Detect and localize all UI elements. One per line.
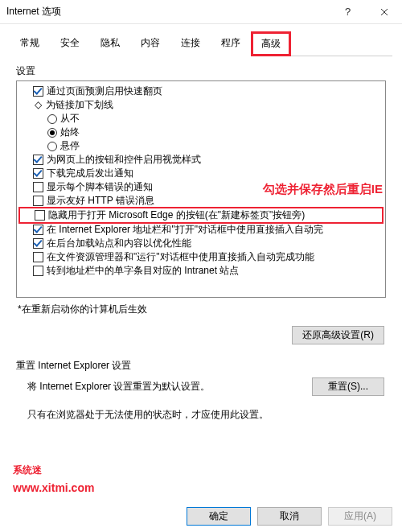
setting-row[interactable]: 在 Internet Explorer 地址栏和"打开"对话框中使用直接插入自动… <box>18 223 384 237</box>
setting-row[interactable]: ◇为链接加下划线 <box>18 98 384 112</box>
reset-button[interactable]: 重置(S)... <box>312 377 384 396</box>
setting-label: 显示每个脚本错误的通知 <box>47 180 153 194</box>
restore-defaults-button[interactable]: 还原高级设置(R) <box>292 326 384 344</box>
setting-label: 显示友好 HTTP 错误消息 <box>47 194 154 208</box>
tab-4[interactable]: 连接 <box>170 31 211 56</box>
setting-label: 在文件资源管理器和"运行"对话框中使用直接插入自动完成功能 <box>47 250 314 264</box>
checkbox-icon[interactable] <box>33 225 43 235</box>
radio-icon[interactable] <box>47 142 57 151</box>
setting-row[interactable]: 隐藏用于打开 Microsoft Edge 的按钮(在"新建标签页"按钮旁) <box>18 207 384 224</box>
tab-1[interactable]: 安全 <box>50 31 90 56</box>
tab-3[interactable]: 内容 <box>130 31 170 56</box>
restore-row: 还原高级设置(R) <box>0 326 384 344</box>
help-button[interactable]: ? <box>330 0 366 24</box>
reset-description: 只有在浏览器处于无法使用的状态时，才应使用此设置。 <box>27 407 384 422</box>
cancel-button[interactable]: 取消 <box>257 507 322 526</box>
restart-note: *在重新启动你的计算机后生效 <box>18 303 402 316</box>
setting-row[interactable]: 在文件资源管理器和"运行"对话框中使用直接插入自动完成功能 <box>18 250 384 264</box>
checkbox-icon[interactable] <box>35 210 45 221</box>
titlebar: Internet 选项 ? <box>0 0 402 24</box>
setting-label: 通过页面预测启用快速翻页 <box>47 85 162 98</box>
checkbox-icon[interactable] <box>33 252 43 262</box>
setting-label: 下载完成后发出通知 <box>47 167 133 180</box>
brand-site: www.xitmi.com <box>13 479 94 497</box>
setting-row[interactable]: 始终 <box>18 126 384 139</box>
tab-2[interactable]: 隐私 <box>90 31 130 56</box>
radio-icon[interactable] <box>47 114 57 124</box>
close-icon <box>380 8 388 16</box>
setting-label: 在后台加载站点和内容以优化性能 <box>47 237 191 250</box>
setting-label: 从不 <box>60 112 80 126</box>
setting-label: 转到地址栏中的单字条目对应的 Intranet 站点 <box>47 264 239 278</box>
setting-row[interactable]: 通过页面预测启用快速翻页 <box>18 85 384 98</box>
close-button[interactable] <box>366 0 402 24</box>
setting-label: 为链接加下划线 <box>46 98 113 112</box>
checkbox-icon[interactable] <box>33 266 43 276</box>
tab-6[interactable]: 高级 <box>251 31 291 56</box>
setting-label: 隐藏用于打开 Microsoft Edge 的按钮(在"新建标签页"按钮旁) <box>48 208 305 222</box>
reset-line: 将 Internet Explorer 设置重置为默认设置。 重置(S)... <box>18 377 384 396</box>
reset-group-label: 重置 Internet Explorer 设置 <box>16 359 402 373</box>
tab-strip: 常规安全隐私内容连接程序高级 <box>0 24 402 56</box>
brand-watermark: 系统迷 www.xitmi.com <box>13 463 94 497</box>
setting-row[interactable]: 悬停 <box>18 139 384 153</box>
checkbox-icon[interactable] <box>33 238 43 249</box>
settings-label: 设置 <box>16 64 402 78</box>
setting-row[interactable]: 在后台加载站点和内容以优化性能 <box>18 237 384 250</box>
ok-button[interactable]: 确定 <box>187 507 251 526</box>
setting-row[interactable]: 下载完成后发出通知 <box>18 167 384 180</box>
setting-row[interactable]: 转到地址栏中的单字条目对应的 Intranet 站点 <box>18 264 384 278</box>
checkbox-icon[interactable] <box>33 86 43 97</box>
brand-name: 系统迷 <box>13 463 94 478</box>
setting-label: 悬停 <box>60 139 80 153</box>
dialog-buttons: 确定 取消 应用(A) <box>187 507 392 526</box>
setting-row[interactable]: 从不 <box>18 112 384 126</box>
setting-label: 在 Internet Explorer 地址栏和"打开"对话框中使用直接插入自动… <box>47 223 323 237</box>
checkbox-icon[interactable] <box>33 196 43 206</box>
checkbox-icon[interactable] <box>33 155 43 165</box>
tab-0[interactable]: 常规 <box>10 31 50 56</box>
reset-text: 将 Internet Explorer 设置重置为默认设置。 <box>18 380 312 394</box>
setting-label: 始终 <box>60 126 80 139</box>
tab-5[interactable]: 程序 <box>211 31 251 56</box>
checkbox-icon[interactable] <box>33 168 43 179</box>
annotation-callout: 勾选并保存然后重启IE <box>263 182 383 197</box>
checkbox-icon[interactable] <box>33 182 43 192</box>
bullet-icon: ◇ <box>33 98 43 112</box>
apply-button[interactable]: 应用(A) <box>328 507 392 526</box>
setting-label: 为网页上的按钮和控件启用视觉样式 <box>47 153 201 167</box>
radio-icon[interactable] <box>47 128 57 138</box>
window-title: Internet 选项 <box>6 5 330 19</box>
setting-row[interactable]: 为网页上的按钮和控件启用视觉样式 <box>18 153 384 167</box>
